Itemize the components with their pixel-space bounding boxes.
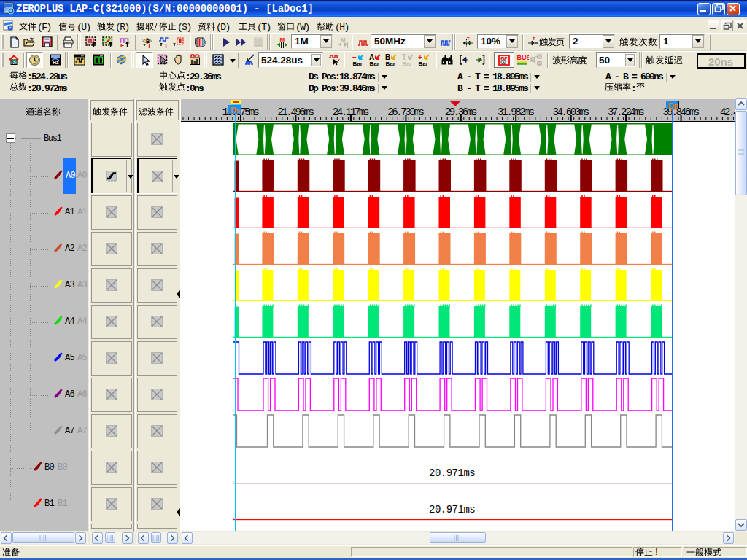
svg-text:BUS: BUS [517,54,530,61]
svg-text:T: T [467,36,470,41]
svg-text:M: M [280,36,285,43]
svg-text:N: N [12,60,16,66]
svg-text:Bar: Bar [403,61,412,66]
svg-text:T: T [164,42,169,48]
svg-text:Bar: Bar [353,61,363,66]
svg-text:T: T [147,42,152,48]
svg-text:E: E [120,42,125,48]
svg-text:Bar: Bar [370,61,379,66]
svg-text:Bar: Bar [419,61,428,66]
svg-text:M: M [341,36,346,43]
svg-text:Hz: Hz [53,60,59,65]
svg-text:Bar: Bar [386,61,395,66]
